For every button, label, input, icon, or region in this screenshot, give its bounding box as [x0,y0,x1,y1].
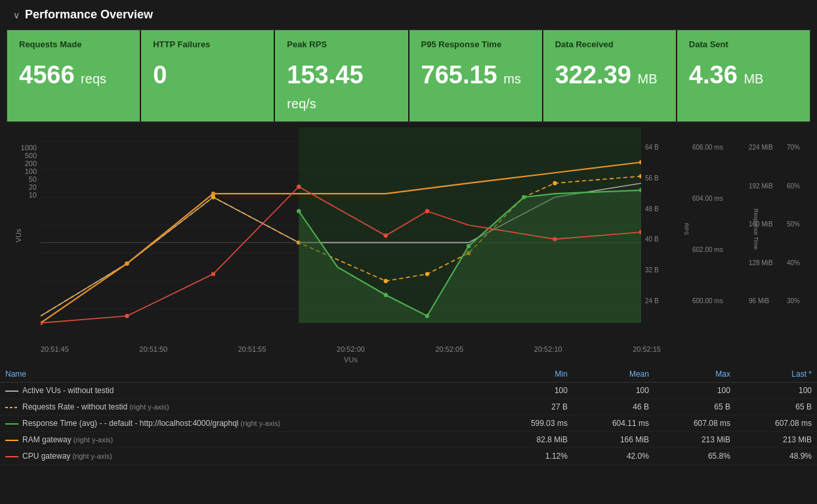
y-axis-rps-tick: 32 B [641,266,681,274]
legend-min: 82.8 MiB [492,432,573,448]
chart-svg [41,127,641,344]
legend-secondary: (right y-axis) [127,403,169,411]
legend-min: 1.12% [492,448,573,465]
legend-mean: 604.11 ms [573,415,654,432]
header: ∨ Performance Overview [0,0,817,30]
y-axis-rps-tick: 48 B [641,205,681,213]
y-axis-rps-tick: 24 B [641,297,681,304]
y-axis-rt-tick: 600.00 ms [690,297,736,304]
legend-line-solid [5,390,18,392]
legend-row: Active VUs - without testid100100100100 [0,383,817,399]
chart-plot-area [41,127,641,344]
metric-card: P95 Response Time 765.15 ms [409,30,543,121]
metric-label: Data Received [555,39,664,49]
metrics-row: Requests Made 4566 reqs HTTP Failures 0 … [7,30,810,122]
svg-point-33 [553,237,556,241]
legend-last: 213 MiB [736,432,817,448]
legend-max: 213 MiB [654,432,736,448]
svg-point-30 [297,184,301,188]
legend-last: 65 B [736,399,817,415]
x-axis-tick: 20:52:00 [337,345,365,353]
svg-point-28 [125,314,129,318]
svg-point-25 [211,192,215,196]
metric-unit: MB [634,72,658,86]
legend-row: Requests Rate - without testid (right y-… [0,399,817,415]
legend-row: RAM gateway (right y-axis)82.8 MiB166 Mi… [0,432,817,448]
legend-mean: 166 MiB [573,432,654,448]
y-axis-mib-tick: 192 MiB [746,182,784,190]
metric-value: 4.36 MB [689,62,798,87]
legend-row: Response Time (avg) - - default - http:/… [0,415,817,432]
y-axis-rt-tick: 604.00 ms [690,195,736,202]
chart-section: VUs 1000500200100502010 [7,127,810,364]
svg-point-31 [384,234,388,238]
legend-line-solid [5,423,18,425]
y-axis-rt-tick: 602.00 ms [690,246,736,253]
metric-unit: req/s [287,96,316,111]
metric-value: 153.45 req/s [287,62,396,112]
x-axis-label: VUs [41,356,661,364]
y-axis-tick: 10 [7,191,41,199]
chevron-icon: ∨ [13,10,20,20]
y-axis-rt-tick: 606.00 ms [690,144,736,151]
svg-point-12 [384,279,388,283]
rt-label: Response Time [753,209,759,250]
y-axis-vu-label: VUs [14,229,22,243]
legend-last: 100 [736,383,817,399]
legend-name: RAM gateway (right y-axis) [0,432,492,448]
svg-point-24 [125,261,129,265]
legend-col-header: Name [0,366,492,383]
y-axis-pct-tick: 70% [784,144,810,151]
metric-value: 4566 reqs [19,62,128,87]
x-axis: 20:51:4520:51:5020:51:5520:52:0020:52:05… [41,344,661,354]
svg-point-18 [384,293,388,297]
legend-name: CPU gateway (right y-axis) [0,448,492,465]
x-axis-tick: 20:52:10 [534,345,562,353]
x-axis-tick: 20:52:05 [435,345,463,353]
y-axis-mib-tick: 128 MiB [746,259,784,266]
legend-mean: 42.0% [573,448,654,465]
y-axis-mib-tick: 224 MiB [746,144,784,151]
metric-card: Requests Made 4566 reqs [7,30,141,121]
metric-label: P95 Response Time [421,39,530,49]
metric-label: Peak RPS [287,39,396,49]
legend-max: 65 B [654,399,736,415]
y-axis-mib-tick: 96 MiB [746,297,784,304]
metric-label: Data Sent [689,39,798,49]
page-title: Performance Overview [25,8,153,22]
svg-point-29 [211,272,215,276]
legend-secondary: (right y-axis) [70,452,112,460]
x-axis-tick: 20:52:15 [633,345,661,353]
svg-point-20 [467,244,471,248]
legend-name: Active VUs - without testid [0,383,492,399]
legend-last: 48.9% [736,448,817,465]
legend-mean: 46 B [573,399,654,415]
legend-name: Response Time (avg) - - default - http:/… [0,415,492,432]
metric-unit: reqs [77,72,106,86]
y-axis-tick: 100 [7,167,41,175]
metric-label: Requests Made [19,39,128,49]
legend-row: CPU gateway (right y-axis)1.12%42.0%65.8… [0,448,817,465]
metric-value: 0 [153,62,262,87]
legend-line-dashed [5,407,18,408]
y-axis-tick: 1000 [7,144,41,152]
metric-value: 765.15 ms [421,62,530,87]
y-axis-mib: 224 MiB192 MiB160 MiB128 MiB96 MiB [746,134,784,324]
y-axis-left: 1000500200100502010 [7,134,41,219]
y-axis-rps-tick: 56 B [641,175,681,182]
legend-col-header: Min [492,366,573,383]
metric-unit: MB [740,72,764,86]
legend-col-header: Last * [736,366,817,383]
legend-line-solid [5,456,18,457]
metric-unit: ms [500,72,521,86]
svg-point-15 [553,181,556,185]
y-axis-mib-tick: 160 MiB [746,220,784,228]
y-axis-pct-tick: 30% [784,297,810,304]
x-axis-tick: 20:51:55 [238,345,266,353]
legend-mean: 100 [573,383,654,399]
legend-secondary: (right y-axis) [72,436,114,444]
y-axis-rps-tick: 64 B [641,144,681,151]
x-axis-tick: 20:51:50 [139,345,167,353]
legend-min: 27 B [492,399,573,415]
y-axis-pct-tick: 60% [784,182,810,190]
